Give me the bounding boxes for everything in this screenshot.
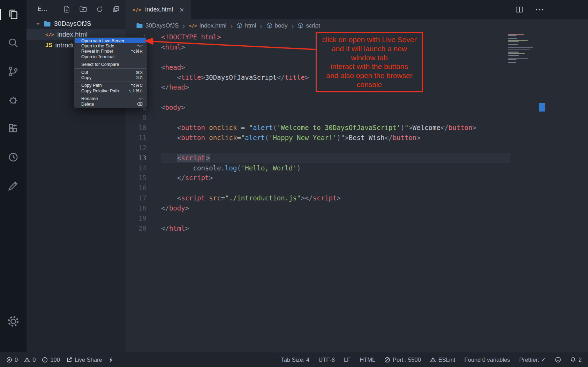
status-item[interactable]: UTF-8 xyxy=(318,357,335,363)
root-folder-label: 30DaysOfJS xyxy=(54,20,91,28)
menu-item[interactable]: Rename↩ xyxy=(75,96,146,101)
breadcrumb-item[interactable]: script xyxy=(297,22,320,29)
collapse-all-icon[interactable] xyxy=(112,5,120,13)
activity-bar xyxy=(0,0,27,352)
info-icon xyxy=(42,357,48,363)
code-line[interactable]: 12 xyxy=(126,143,588,153)
breadcrumb-separator-icon: › xyxy=(291,22,294,29)
status-item[interactable]: Live Share xyxy=(66,357,102,363)
status-item[interactable]: 100 xyxy=(42,357,60,363)
annotation-box: click on open with Live Severand it will… xyxy=(316,32,423,92)
line-number[interactable]: 12 xyxy=(126,143,146,153)
settings-gear-icon[interactable] xyxy=(7,315,20,328)
bell-icon xyxy=(570,357,576,363)
tree-root-folder[interactable]: 30DaysOfJS xyxy=(27,18,126,29)
status-item[interactable] xyxy=(108,357,113,363)
status-item[interactable] xyxy=(555,357,561,363)
status-item[interactable]: ESLint xyxy=(430,357,455,363)
vscode-window: E… 30DaysOfJS xyxy=(0,0,588,367)
js-file-icon: JS xyxy=(45,42,52,48)
menu-item[interactable]: Open in Terminal xyxy=(75,54,146,59)
pen-edit-icon[interactable] xyxy=(7,179,20,192)
breadcrumb-separator-icon: › xyxy=(182,22,185,29)
search-icon[interactable] xyxy=(7,36,20,49)
line-number[interactable]: 17 xyxy=(126,193,146,203)
menu-item[interactable]: Copy Path⌥⌘C xyxy=(75,83,146,88)
code-line[interactable]: 14 console.log('Hello, World') xyxy=(126,163,588,173)
folder-icon xyxy=(136,23,143,29)
code-line[interactable]: 16 xyxy=(126,183,588,193)
clock-icon[interactable] xyxy=(7,151,20,164)
breadcrumb-item[interactable]: html xyxy=(236,22,256,29)
line-number[interactable]: 15 xyxy=(126,173,146,183)
extensions-icon[interactable] xyxy=(7,122,20,135)
menu-item[interactable]: Select for Compare xyxy=(75,62,146,67)
port-icon xyxy=(384,357,390,363)
symbol-icon xyxy=(266,23,272,29)
status-item[interactable]: HTML xyxy=(360,357,375,363)
menu-item[interactable]: Delete⌫ xyxy=(75,101,146,107)
eslint-icon xyxy=(430,357,436,363)
new-folder-icon[interactable] xyxy=(79,5,87,13)
live-share-icon xyxy=(66,357,72,363)
split-editor-icon[interactable] xyxy=(515,5,524,14)
menu-item[interactable]: Copy Relative Path⌥⇧⌘C xyxy=(75,88,146,93)
code-line[interactable]: 15 </script> xyxy=(126,173,588,183)
symbol-icon xyxy=(236,23,242,29)
line-number[interactable]: 14 xyxy=(126,163,146,173)
line-number[interactable]: 20 xyxy=(126,223,146,234)
breadcrumb-item[interactable]: 30DaysOfJS xyxy=(136,22,179,29)
code-line[interactable]: 17 <script src="./introduction.js"></scr… xyxy=(126,193,588,203)
tab-label: index.html xyxy=(145,6,173,13)
explorer-title: E… xyxy=(38,6,47,13)
close-icon[interactable]: × xyxy=(180,6,184,13)
menu-separator xyxy=(75,68,146,69)
status-item[interactable]: 2 xyxy=(570,357,582,363)
menu-item[interactable]: Open to the Side^↩ xyxy=(75,43,146,48)
menu-item[interactable]: Open with Live Server xyxy=(75,38,146,43)
line-number[interactable]: 16 xyxy=(126,183,146,193)
menu-separator xyxy=(75,61,146,61)
breadcrumb-item[interactable]: </>index.html xyxy=(189,22,226,29)
status-item[interactable]: LF xyxy=(344,357,350,363)
code-line[interactable]: 18</body> xyxy=(126,203,588,213)
code-line[interactable]: 7 xyxy=(126,92,588,102)
code-line[interactable]: 20</html> xyxy=(126,223,588,234)
editor-group: </> index.html × 30DaysOfJS›</>index.htm… xyxy=(126,0,588,352)
breadcrumb-separator-icon: › xyxy=(260,22,263,29)
code-line[interactable]: 11 <button onclick="alert('Happy New Yea… xyxy=(126,133,588,143)
menu-item[interactable]: Reveal in Finder⌥⌘R xyxy=(75,49,146,54)
explorer-icon[interactable] xyxy=(7,8,20,21)
tab-index-html[interactable]: </> index.html × xyxy=(126,0,191,19)
source-control-icon[interactable] xyxy=(7,65,20,78)
code-line[interactable]: 8<body> xyxy=(126,102,588,113)
new-file-icon[interactable] xyxy=(63,5,71,13)
line-number[interactable]: 9 xyxy=(126,113,146,123)
overview-ruler-marker xyxy=(539,103,545,112)
code-line[interactable]: 19 xyxy=(126,213,588,223)
breadcrumb-item[interactable]: body xyxy=(266,22,288,29)
more-actions-icon[interactable] xyxy=(535,8,544,11)
line-number[interactable]: 10 xyxy=(126,123,146,133)
status-item[interactable]: 0 xyxy=(24,357,36,363)
run-debug-icon[interactable] xyxy=(7,93,20,107)
line-number[interactable]: 13 xyxy=(126,153,146,163)
code-line[interactable]: 9 xyxy=(126,113,588,123)
line-number[interactable]: 18 xyxy=(126,203,146,213)
lightning-icon xyxy=(108,357,113,363)
status-item[interactable]: Prettier: ✓ xyxy=(519,357,546,363)
explorer-header: E… xyxy=(27,0,126,18)
refresh-icon[interactable] xyxy=(96,5,104,13)
status-item[interactable]: 0 xyxy=(6,357,18,363)
line-number[interactable]: 19 xyxy=(126,213,146,223)
menu-item[interactable]: Cut⌘X xyxy=(75,70,146,75)
status-item[interactable]: Found 0 variables xyxy=(464,357,510,363)
minimap[interactable] xyxy=(508,34,538,63)
status-item[interactable]: Port : 5500 xyxy=(384,357,421,363)
menu-item[interactable]: Copy⌘C xyxy=(75,75,146,80)
code-line[interactable]: 13 <script> xyxy=(126,153,588,163)
smiley-icon xyxy=(555,357,561,363)
status-item[interactable]: Tab Size: 4 xyxy=(281,357,310,363)
line-number[interactable]: 11 xyxy=(126,133,146,143)
code-line[interactable]: 10 <button onclick = "alert('Welcome to … xyxy=(126,123,588,133)
